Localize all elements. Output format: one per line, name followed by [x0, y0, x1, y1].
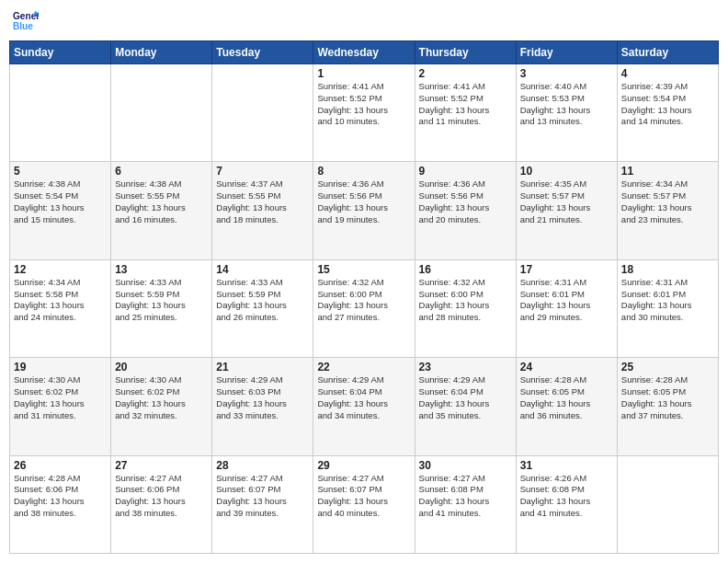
day-info: Sunrise: 4:36 AM Sunset: 5:56 PM Dayligh…	[317, 178, 410, 225]
calendar-header-sunday: Sunday	[10, 41, 111, 64]
day-info: Sunrise: 4:39 AM Sunset: 5:54 PM Dayligh…	[621, 81, 714, 128]
day-number: 30	[419, 459, 512, 472]
calendar-week-row: 12Sunrise: 4:34 AM Sunset: 5:58 PM Dayli…	[10, 259, 719, 357]
calendar-header-friday: Friday	[516, 41, 617, 64]
calendar-cell: 20Sunrise: 4:30 AM Sunset: 6:02 PM Dayli…	[111, 358, 212, 455]
day-number: 24	[520, 361, 613, 373]
calendar-cell: 6Sunrise: 4:38 AM Sunset: 5:55 PM Daylig…	[111, 162, 212, 259]
day-number: 5	[14, 165, 107, 178]
calendar-table: SundayMondayTuesdayWednesdayThursdayFrid…	[9, 40, 719, 554]
day-number: 6	[115, 165, 208, 178]
day-number: 3	[520, 67, 613, 80]
day-number: 22	[317, 361, 410, 373]
day-info: Sunrise: 4:31 AM Sunset: 6:01 PM Dayligh…	[621, 277, 714, 324]
day-number: 28	[216, 459, 309, 472]
day-info: Sunrise: 4:32 AM Sunset: 6:00 PM Dayligh…	[317, 277, 410, 324]
calendar-cell: 18Sunrise: 4:31 AM Sunset: 6:01 PM Dayli…	[617, 259, 718, 357]
day-number: 8	[317, 165, 410, 178]
calendar-week-row: 1Sunrise: 4:41 AM Sunset: 5:52 PM Daylig…	[10, 64, 719, 162]
calendar-week-row: 26Sunrise: 4:28 AM Sunset: 6:06 PM Dayli…	[10, 455, 719, 553]
day-number: 14	[216, 263, 309, 276]
day-number: 2	[419, 67, 512, 80]
day-number: 11	[621, 165, 714, 178]
day-number: 18	[621, 263, 714, 276]
day-number: 29	[317, 459, 410, 472]
page: General Blue SundayMondayTuesdayWednesda…	[0, 0, 728, 563]
calendar-header-thursday: Thursday	[415, 41, 516, 64]
day-number: 27	[115, 459, 208, 472]
calendar-cell: 4Sunrise: 4:39 AM Sunset: 5:54 PM Daylig…	[617, 64, 718, 162]
day-number: 26	[14, 459, 107, 472]
day-number: 1	[317, 67, 410, 80]
calendar-cell: 15Sunrise: 4:32 AM Sunset: 6:00 PM Dayli…	[313, 259, 415, 357]
day-info: Sunrise: 4:29 AM Sunset: 6:04 PM Dayligh…	[317, 374, 410, 421]
day-number: 10	[520, 165, 613, 178]
day-info: Sunrise: 4:30 AM Sunset: 6:02 PM Dayligh…	[115, 374, 208, 421]
day-info: Sunrise: 4:27 AM Sunset: 6:06 PM Dayligh…	[115, 473, 208, 520]
day-number: 17	[520, 263, 613, 276]
day-number: 4	[621, 67, 714, 80]
calendar-cell: 10Sunrise: 4:35 AM Sunset: 5:57 PM Dayli…	[516, 162, 617, 259]
calendar-cell: 17Sunrise: 4:31 AM Sunset: 6:01 PM Dayli…	[516, 259, 617, 357]
day-info: Sunrise: 4:37 AM Sunset: 5:55 PM Dayligh…	[216, 178, 309, 225]
calendar-cell: 24Sunrise: 4:28 AM Sunset: 6:05 PM Dayli…	[516, 358, 617, 455]
day-number: 15	[317, 263, 410, 276]
day-number: 13	[115, 263, 208, 276]
calendar-cell: 2Sunrise: 4:41 AM Sunset: 5:52 PM Daylig…	[415, 64, 516, 162]
calendar-cell: 22Sunrise: 4:29 AM Sunset: 6:04 PM Dayli…	[313, 358, 415, 455]
calendar-cell: 1Sunrise: 4:41 AM Sunset: 5:52 PM Daylig…	[313, 64, 415, 162]
calendar-cell: 13Sunrise: 4:33 AM Sunset: 5:59 PM Dayli…	[111, 259, 212, 357]
calendar-header-row: SundayMondayTuesdayWednesdayThursdayFrid…	[10, 41, 719, 64]
day-number: 19	[14, 361, 107, 373]
calendar-cell: 9Sunrise: 4:36 AM Sunset: 5:56 PM Daylig…	[415, 162, 516, 259]
calendar-cell: 5Sunrise: 4:38 AM Sunset: 5:54 PM Daylig…	[10, 162, 111, 259]
logo-icon: General Blue	[13, 9, 39, 35]
calendar-cell: 7Sunrise: 4:37 AM Sunset: 5:55 PM Daylig…	[212, 162, 313, 259]
day-info: Sunrise: 4:27 AM Sunset: 6:07 PM Dayligh…	[216, 473, 309, 520]
day-info: Sunrise: 4:36 AM Sunset: 5:56 PM Dayligh…	[419, 178, 512, 225]
calendar-cell	[212, 64, 313, 162]
day-number: 7	[216, 165, 309, 178]
day-info: Sunrise: 4:30 AM Sunset: 6:02 PM Dayligh…	[14, 374, 107, 421]
day-number: 25	[621, 361, 714, 373]
day-number: 31	[520, 459, 613, 472]
day-info: Sunrise: 4:28 AM Sunset: 6:05 PM Dayligh…	[520, 374, 613, 421]
day-info: Sunrise: 4:34 AM Sunset: 5:57 PM Dayligh…	[621, 178, 714, 225]
day-info: Sunrise: 4:27 AM Sunset: 6:07 PM Dayligh…	[317, 473, 410, 520]
header: General Blue	[9, 9, 719, 35]
day-info: Sunrise: 4:38 AM Sunset: 5:55 PM Dayligh…	[115, 178, 208, 225]
calendar-cell: 8Sunrise: 4:36 AM Sunset: 5:56 PM Daylig…	[313, 162, 415, 259]
calendar-cell: 31Sunrise: 4:26 AM Sunset: 6:08 PM Dayli…	[516, 455, 617, 553]
day-info: Sunrise: 4:28 AM Sunset: 6:05 PM Dayligh…	[621, 374, 714, 421]
day-info: Sunrise: 4:40 AM Sunset: 5:53 PM Dayligh…	[520, 81, 613, 128]
calendar-cell: 21Sunrise: 4:29 AM Sunset: 6:03 PM Dayli…	[212, 358, 313, 455]
day-info: Sunrise: 4:27 AM Sunset: 6:08 PM Dayligh…	[419, 473, 512, 520]
calendar-cell	[617, 455, 718, 553]
calendar-cell: 26Sunrise: 4:28 AM Sunset: 6:06 PM Dayli…	[10, 455, 111, 553]
calendar-cell: 12Sunrise: 4:34 AM Sunset: 5:58 PM Dayli…	[10, 259, 111, 357]
day-info: Sunrise: 4:41 AM Sunset: 5:52 PM Dayligh…	[419, 81, 512, 128]
day-number: 12	[14, 263, 107, 276]
day-info: Sunrise: 4:28 AM Sunset: 6:06 PM Dayligh…	[14, 473, 107, 520]
day-number: 9	[419, 165, 512, 178]
day-info: Sunrise: 4:33 AM Sunset: 5:59 PM Dayligh…	[216, 277, 309, 324]
day-info: Sunrise: 4:33 AM Sunset: 5:59 PM Dayligh…	[115, 277, 208, 324]
calendar-header-wednesday: Wednesday	[313, 41, 415, 64]
day-info: Sunrise: 4:26 AM Sunset: 6:08 PM Dayligh…	[520, 473, 613, 520]
day-number: 16	[419, 263, 512, 276]
logo: General Blue	[13, 9, 42, 35]
calendar-cell: 11Sunrise: 4:34 AM Sunset: 5:57 PM Dayli…	[617, 162, 718, 259]
calendar-cell: 29Sunrise: 4:27 AM Sunset: 6:07 PM Dayli…	[313, 455, 415, 553]
day-number: 23	[419, 361, 512, 373]
calendar-cell: 3Sunrise: 4:40 AM Sunset: 5:53 PM Daylig…	[516, 64, 617, 162]
calendar-cell: 16Sunrise: 4:32 AM Sunset: 6:00 PM Dayli…	[415, 259, 516, 357]
day-info: Sunrise: 4:38 AM Sunset: 5:54 PM Dayligh…	[14, 178, 107, 225]
calendar-cell	[10, 64, 111, 162]
day-info: Sunrise: 4:35 AM Sunset: 5:57 PM Dayligh…	[520, 178, 613, 225]
calendar-cell: 28Sunrise: 4:27 AM Sunset: 6:07 PM Dayli…	[212, 455, 313, 553]
calendar-cell: 27Sunrise: 4:27 AM Sunset: 6:06 PM Dayli…	[111, 455, 212, 553]
calendar-cell: 23Sunrise: 4:29 AM Sunset: 6:04 PM Dayli…	[415, 358, 516, 455]
day-info: Sunrise: 4:32 AM Sunset: 6:00 PM Dayligh…	[419, 277, 512, 324]
calendar-cell	[111, 64, 212, 162]
day-info: Sunrise: 4:41 AM Sunset: 5:52 PM Dayligh…	[317, 81, 410, 128]
